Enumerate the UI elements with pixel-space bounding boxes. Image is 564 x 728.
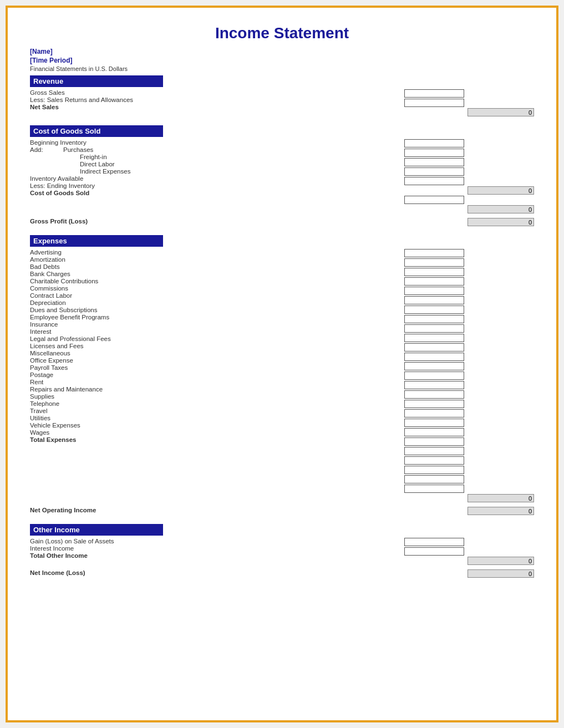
- net-sales-row: Net Sales: [30, 104, 390, 110]
- sales-returns-row: Less: Sales Returns and Allowances: [30, 96, 390, 103]
- net-income-value: 0: [468, 569, 534, 578]
- dues-input[interactable]: [404, 324, 464, 333]
- misc-input[interactable]: [404, 381, 464, 389]
- bad-debts-row: Bad Debts: [30, 263, 390, 270]
- gross-profit-row: Gross Profit (Loss): [30, 218, 390, 225]
- repairs-maintenance-label: Repairs and Maintenance: [30, 386, 103, 393]
- vehicle-expenses-label: Vehicle Expenses: [30, 422, 80, 429]
- commissions-label: Commissions: [30, 285, 68, 292]
- interest-income-input[interactable]: [404, 547, 464, 556]
- sales-returns-input[interactable]: [404, 99, 464, 107]
- sales-returns-label: Less: Sales Returns and Allowances: [30, 96, 133, 103]
- exp-input-14: [404, 371, 534, 380]
- telephone-label: Telephone: [30, 400, 59, 407]
- freight-label: Freight-in: [80, 154, 107, 160]
- total-expenses-input-row: 0: [404, 494, 534, 503]
- supplies-input[interactable]: [404, 437, 464, 446]
- depreciation-input[interactable]: [404, 315, 464, 323]
- cogs-total-row: Cost of Goods Sold: [30, 190, 390, 196]
- other-income-inputs: 0: [390, 538, 534, 566]
- interest-input[interactable]: [404, 353, 464, 361]
- other-income-header: Other Income: [30, 524, 163, 536]
- interest-row: Interest: [30, 328, 390, 335]
- total-expenses-row: Total Expenses: [30, 436, 390, 443]
- indirect-expenses-label: Indirect Expenses: [80, 168, 130, 175]
- contract-labor-input[interactable]: [404, 306, 464, 314]
- amortization-input[interactable]: [404, 258, 464, 267]
- time-period-field: [Time Period]: [30, 57, 534, 64]
- bank-charges-input[interactable]: [404, 277, 464, 286]
- gain-loss-row: Gain (Loss) on Sale of Assets: [30, 538, 390, 544]
- direct-labor-label: Direct Labor: [80, 161, 115, 167]
- telephone-row: Telephone: [30, 400, 390, 407]
- legal-fees-input[interactable]: [404, 362, 464, 370]
- gross-sales-input[interactable]: [404, 89, 464, 98]
- net-operating-section: Net Operating Income 0: [30, 507, 534, 516]
- interest-income-label: Interest Income: [30, 545, 74, 552]
- depreciation-label: Depreciation: [30, 299, 66, 306]
- supplies-row: Supplies: [30, 393, 390, 400]
- commissions-input[interactable]: [404, 296, 464, 304]
- net-sales-input-row: 0: [404, 108, 534, 117]
- beginning-inventory-input[interactable]: [404, 139, 464, 147]
- postage-input[interactable]: [404, 409, 464, 418]
- exp-input-6: [404, 296, 534, 305]
- purchases-input[interactable]: [404, 149, 464, 157]
- net-income-input-row: 0: [404, 569, 534, 578]
- page-title: Income Statement: [30, 24, 534, 42]
- expenses-inputs: 0: [390, 249, 534, 503]
- total-expenses-value: 0: [468, 494, 534, 502]
- expenses-header: Expenses: [30, 235, 163, 247]
- wages-input[interactable]: [404, 485, 464, 493]
- exp-input-5: [404, 287, 534, 296]
- net-income-label: Net Income (Loss): [30, 569, 85, 576]
- exp-input-8: [404, 315, 534, 324]
- bad-debts-label: Bad Debts: [30, 263, 60, 270]
- exp-input-19: [404, 419, 534, 427]
- travel-input[interactable]: [404, 456, 464, 465]
- net-income-right: 0: [390, 569, 534, 579]
- exp-input-25: [404, 475, 534, 484]
- beginning-inventory-row: Beginning Inventory: [30, 139, 390, 146]
- advertising-input[interactable]: [404, 249, 464, 257]
- freight-row: Freight-in: [30, 154, 390, 160]
- revenue-inputs: 0: [390, 89, 534, 118]
- indirect-expenses-input[interactable]: [404, 177, 464, 185]
- direct-labor-input[interactable]: [404, 167, 464, 176]
- charitable-input[interactable]: [404, 287, 464, 295]
- rent-input[interactable]: [404, 419, 464, 427]
- exp-input-13: [404, 362, 534, 371]
- repairs-input[interactable]: [404, 428, 464, 436]
- utilities-label: Utilities: [30, 415, 50, 421]
- interest-income-input-row: [404, 547, 534, 556]
- payroll-taxes-input[interactable]: [404, 400, 464, 408]
- ending-inventory-input[interactable]: [404, 196, 464, 204]
- less-ending-label: Less: Ending Inventory: [30, 182, 95, 189]
- employee-benefit-input[interactable]: [404, 334, 464, 342]
- cogs-row8: 0: [404, 205, 534, 214]
- cogs-row6: 0: [404, 186, 534, 195]
- total-expenses-label: Total Expenses: [30, 436, 77, 443]
- licenses-input[interactable]: [404, 371, 464, 380]
- utilities-input[interactable]: [404, 466, 464, 474]
- exp-input-1: [404, 249, 534, 258]
- gain-loss-input[interactable]: [404, 538, 464, 546]
- vehicle-input[interactable]: [404, 475, 464, 483]
- freight-input[interactable]: [404, 158, 464, 166]
- other-income-right: 0: [390, 538, 534, 566]
- revenue-left: Gross Sales Less: Sales Returns and Allo…: [30, 89, 390, 118]
- telephone-input[interactable]: [404, 447, 464, 455]
- dues-subscriptions-label: Dues and Subscriptions: [30, 307, 97, 313]
- advertising-label: Advertising: [30, 249, 62, 256]
- exp-input-3: [404, 268, 534, 277]
- gross-sales-label: Gross Sales: [30, 89, 65, 96]
- employee-benefit-row: Employee Benefit Programs: [30, 314, 390, 320]
- contract-labor-label: Contract Labor: [30, 292, 72, 299]
- legal-fees-row: Legal and Professional Fees: [30, 335, 390, 342]
- licenses-fees-row: Licenses and Fees: [30, 343, 390, 349]
- insurance-input[interactable]: [404, 343, 464, 352]
- office-expense-row: Office Expense: [30, 357, 390, 364]
- net-operating-inputs: 0: [390, 507, 534, 516]
- office-expense-input[interactable]: [404, 390, 464, 399]
- bad-debts-input[interactable]: [404, 268, 464, 276]
